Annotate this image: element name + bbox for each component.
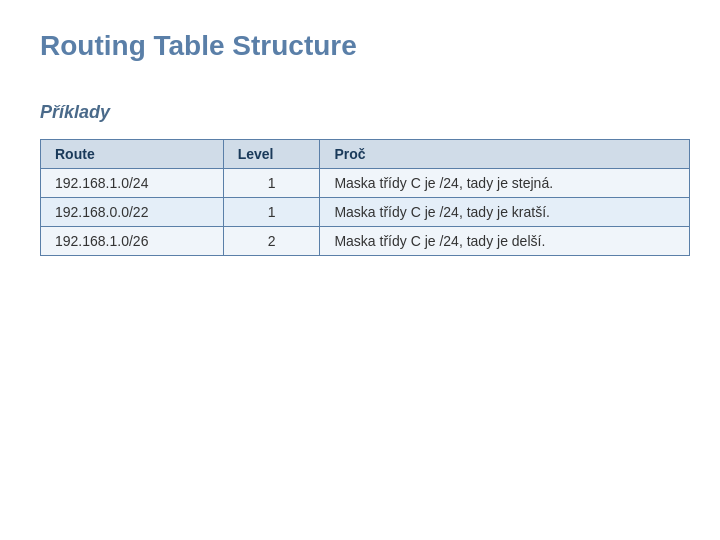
cell-route: 192.168.1.0/26 [41, 227, 224, 256]
col-header-route: Route [41, 140, 224, 169]
col-header-level: Level [223, 140, 320, 169]
table-row: 192.168.1.0/241Maska třídy C je /24, tad… [41, 169, 690, 198]
cell-level: 2 [223, 227, 320, 256]
section-title: Příklady [40, 102, 680, 123]
routing-table: Route Level Proč 192.168.1.0/241Maska tř… [40, 139, 690, 256]
cell-reason: Maska třídy C je /24, tady je stejná. [320, 169, 690, 198]
cell-route: 192.168.1.0/24 [41, 169, 224, 198]
table-header-row: Route Level Proč [41, 140, 690, 169]
col-header-proc: Proč [320, 140, 690, 169]
cell-reason: Maska třídy C je /24, tady je delší. [320, 227, 690, 256]
page-title: Routing Table Structure [40, 30, 680, 62]
cell-reason: Maska třídy C je /24, tady je kratší. [320, 198, 690, 227]
cell-route: 192.168.0.0/22 [41, 198, 224, 227]
table-row: 192.168.0.0/221Maska třídy C je /24, tad… [41, 198, 690, 227]
table-row: 192.168.1.0/262Maska třídy C je /24, tad… [41, 227, 690, 256]
cell-level: 1 [223, 169, 320, 198]
page-container: Routing Table Structure Příklady Route L… [0, 0, 720, 286]
cell-level: 1 [223, 198, 320, 227]
